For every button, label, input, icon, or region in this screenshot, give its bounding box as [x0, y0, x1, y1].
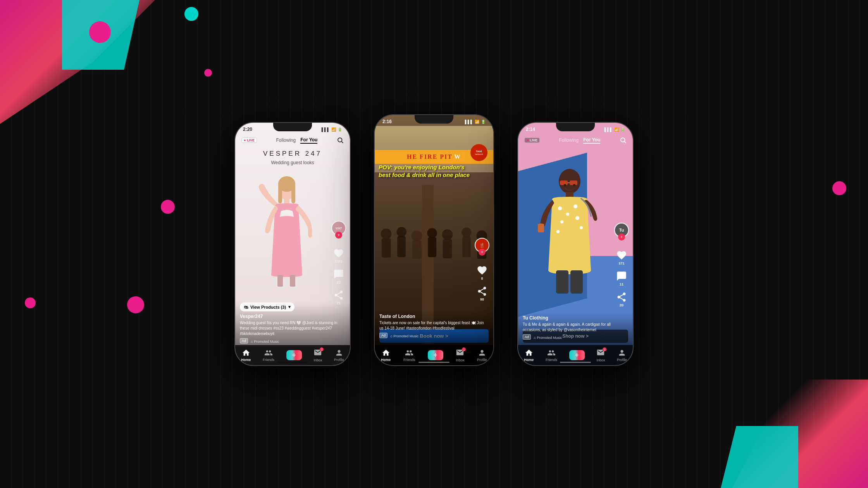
phone-3-nav-friends[interactable]: Friends — [546, 349, 557, 362]
phone-1-comment-icon — [333, 269, 344, 280]
phone-3-following[interactable]: Following — [559, 137, 579, 143]
phone-3-inbox-badge: 1 — [603, 347, 606, 351]
phone-1: 2:20 ▌▌▌ 📶 🔋 ● LIVE Following For You — [234, 122, 351, 366]
phone-3-comment-action[interactable]: 11 — [616, 271, 627, 286]
phone-1-ad-row: Ad ♫ Promoted Music — [240, 338, 345, 345]
svg-point-0 — [338, 138, 342, 142]
phone-3-comment-count: 11 — [620, 282, 623, 286]
phone-3-info: Tu Clothing Tu & Me & again & again & ag… — [518, 313, 633, 345]
phone-3-heart-action[interactable]: 571 — [616, 250, 627, 265]
phone-1-heart-action[interactable]: 2381 — [333, 248, 344, 263]
phone-2-nav-friends[interactable]: Friends — [403, 349, 415, 362]
svg-point-36 — [580, 226, 583, 229]
svg-rect-20 — [462, 237, 471, 257]
phone-2-inbox-wrap: 1 — [456, 348, 464, 357]
phone-2-share-action[interactable]: 98 — [477, 286, 487, 301]
svg-rect-16 — [428, 237, 436, 257]
phone-2-add-btn[interactable]: + — [428, 350, 443, 360]
phone-3-follow-btn[interactable]: + — [618, 234, 625, 241]
phone-3-foryou[interactable]: For You — [583, 137, 600, 144]
phone-3-search-icon[interactable] — [620, 137, 627, 144]
phone-3-notch — [556, 123, 595, 131]
phone-2-heart-action[interactable]: 8 — [477, 265, 487, 280]
phones-container: 2:20 ▌▌▌ 📶 🔋 ● LIVE Following For You — [234, 122, 634, 366]
svg-point-15 — [427, 228, 437, 238]
dot-2 — [184, 7, 198, 21]
phone-3-profile-label: Profile — [617, 358, 627, 362]
svg-point-11 — [396, 227, 406, 237]
phone-1-nav-profile[interactable]: Profile — [334, 349, 344, 362]
phone-3-nav-add[interactable]: + — [569, 350, 585, 360]
phone-3-nav-center: Following For You — [559, 137, 601, 144]
phone-1-nav-inbox[interactable]: 2 Inbox — [313, 348, 322, 362]
phone-2-profile-icon — [478, 349, 486, 357]
phone-3-live-dot: ● — [527, 138, 529, 142]
phone-2-nav-inbox[interactable]: 1 Inbox — [456, 348, 464, 362]
phone-2-info: Taste of London Tickets are now on sale … — [375, 311, 493, 345]
svg-rect-5 — [291, 184, 295, 203]
phone-3-profile-icon — [618, 349, 626, 357]
phone-2-time: 2:16 — [382, 119, 392, 124]
svg-rect-26 — [560, 180, 568, 185]
phone-1-comment-action[interactable]: 22 — [333, 269, 344, 284]
phone-3-live-badge: ● LIVE — [524, 137, 540, 143]
phone-2-inbox-label: Inbox — [456, 358, 464, 362]
phone-1-notch — [273, 123, 312, 131]
phone-3-inbox-wrap: 1 — [596, 348, 605, 357]
phone-1-share-icon — [333, 290, 344, 301]
phone-1-nav-friends-label: Friends — [263, 358, 274, 362]
phone-1-nav: ● LIVE Following For You — [235, 134, 350, 147]
phone-1-model-area — [247, 162, 327, 307]
phone-3-account[interactable]: Tu Clothing — [523, 315, 628, 321]
phone-2-headline-area: POV: you're enjoying London's best food … — [379, 163, 472, 179]
svg-rect-4 — [278, 184, 282, 203]
svg-point-31 — [566, 213, 569, 216]
phone-1-subtitle: Wedding guest looks — [235, 160, 350, 165]
phone-3-nav-profile[interactable]: Profile — [617, 349, 627, 362]
phone-1-status-icons: ▌▌▌ 📶 🔋 — [322, 127, 342, 132]
phone-3-add-btn[interactable]: + — [569, 350, 585, 360]
dot-5 — [127, 296, 144, 313]
phone-2-nav-home-label: Home — [381, 358, 391, 362]
phone-2-follow-btn[interactable]: + — [479, 249, 486, 256]
phone-1-following[interactable]: Following — [276, 137, 296, 143]
phone-3-heart-count: 571 — [618, 261, 624, 265]
phone-1-nav-home[interactable]: Home — [241, 349, 251, 362]
phone-2-nav-friends-label: Friends — [403, 358, 415, 362]
svg-line-24 — [624, 141, 626, 143]
phone-1-avatar-wrap: V247 + — [331, 221, 346, 235]
phone-1-search-icon[interactable] — [337, 137, 344, 144]
svg-point-32 — [574, 204, 577, 208]
phone-3-nav-home[interactable]: Home — [524, 349, 534, 362]
phone-3-actions: Tu + 571 11 20 — [614, 223, 629, 307]
phone-1-account[interactable]: Vesper247 — [240, 314, 345, 319]
phone-1-nav-friends[interactable]: Friends — [263, 349, 274, 362]
phone-1-ad-badge: Ad — [240, 338, 248, 344]
phone-1-foryou[interactable]: For You — [300, 137, 317, 144]
phone-2-nav-home[interactable]: Home — [381, 349, 391, 362]
phone-1-profile-label: Profile — [334, 358, 344, 362]
phone-1-inbox-badge: 2 — [320, 347, 324, 351]
svg-rect-39 — [570, 270, 583, 294]
svg-line-1 — [341, 141, 343, 143]
phone-3-nav: ● LIVE Following For You — [518, 134, 633, 147]
phone-3-nav-inbox[interactable]: 1 Inbox — [596, 348, 605, 362]
phone-1-view-products[interactable]: 🛍 View Products (3) ▾ — [240, 302, 294, 311]
svg-point-41 — [573, 184, 575, 186]
phone-3-avatar-text: Tu — [619, 228, 624, 232]
phone-2-food-badge: food network — [470, 144, 487, 161]
phone-1-add-btn[interactable]: + — [286, 350, 302, 360]
phone-3-nav-friends-label: Friends — [546, 358, 557, 362]
phone-3-share-icon — [616, 292, 627, 302]
phone-2-nav-profile[interactable]: Profile — [477, 349, 487, 362]
phone-2-nav-add[interactable]: + — [428, 350, 443, 360]
phone-3-share-action[interactable]: 20 — [616, 292, 627, 307]
phone-3-music: ♫ Promoted Music — [533, 336, 562, 340]
phone-1-nav-add[interactable]: + — [286, 350, 302, 360]
phone-1-follow-btn[interactable]: + — [335, 232, 342, 239]
phone-2-account[interactable]: Taste of London — [379, 314, 489, 319]
phone-3-live-text: LIVE — [530, 138, 537, 142]
phone-1-view-products-text: View Products (3) — [250, 305, 286, 309]
svg-rect-12 — [397, 236, 406, 257]
phone-1-brand-name: VESPER 247 — [235, 150, 350, 158]
